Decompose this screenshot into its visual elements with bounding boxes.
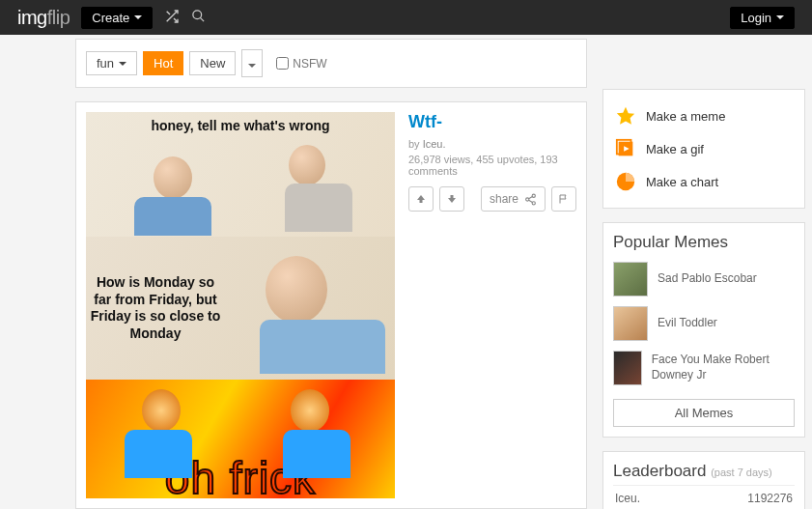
make-meme-link[interactable]: Make a meme	[611, 99, 797, 132]
post-stats: 26,978 views, 455 upvotes, 193 comments	[408, 154, 576, 177]
meme-thumb	[613, 262, 648, 297]
post-title[interactable]: Wtf-	[408, 112, 576, 132]
make-chart-label: Make a chart	[646, 175, 718, 189]
popular-item-label: Face You Make Robert Downey Jr	[652, 353, 795, 382]
author-link[interactable]: Iceu.	[423, 138, 446, 150]
meme-image[interactable]: honey, tell me what's wrong How is Monda…	[86, 112, 395, 498]
svg-line-6	[529, 200, 533, 202]
make-meme-label: Make a meme	[646, 109, 725, 124]
by-prefix: by	[408, 138, 423, 150]
popular-title: Popular Memes	[613, 233, 795, 252]
make-chart-link[interactable]: Make a chart	[611, 165, 797, 198]
leaderboard-title-text: Leaderboard	[613, 462, 706, 480]
share-label: share	[490, 192, 518, 206]
svg-point-2	[532, 194, 535, 197]
shuffle-icon[interactable]	[164, 9, 180, 27]
nsfw-label: NSFW	[293, 57, 326, 71]
leaderboard-title: Leaderboard (past 7 days)	[613, 462, 795, 481]
search-icon[interactable]	[191, 9, 206, 26]
all-memes-button[interactable]: All Memes	[613, 399, 795, 427]
popular-meme-item[interactable]: Evil Toddler	[613, 306, 795, 341]
stream-select[interactable]: fun	[86, 51, 137, 75]
new-label: New	[200, 56, 225, 71]
svg-point-4	[532, 201, 535, 204]
svg-line-5	[529, 196, 533, 198]
make-gif-link[interactable]: Make a gif	[611, 132, 797, 165]
popular-item-label: Evil Toddler	[658, 316, 717, 331]
create-button[interactable]: Create	[81, 7, 153, 29]
meme-caption-2: How is Monday so far from Friday, but Fr…	[86, 270, 225, 346]
stream-label: fun	[97, 56, 114, 71]
make-gif-label: Make a gif	[646, 142, 704, 156]
svg-point-0	[193, 11, 202, 19]
login-button[interactable]: Login	[730, 7, 795, 29]
meme-icon	[615, 105, 636, 127]
logo[interactable]: imgflip	[17, 7, 70, 29]
create-label: Create	[92, 11, 129, 25]
leader-name: Iceu.	[615, 492, 640, 505]
leaderboard-subtitle: (past 7 days)	[711, 467, 772, 478]
gif-icon	[615, 138, 636, 159]
share-icon	[524, 193, 537, 206]
meme-thumb	[613, 306, 648, 341]
caret-down-icon	[776, 15, 784, 19]
meme-thumb	[613, 351, 642, 385]
popular-meme-item[interactable]: Sad Pablo Escobar	[613, 262, 795, 297]
logo-flip: flip	[47, 7, 70, 28]
caret-down-icon	[248, 64, 256, 68]
popular-item-label: Sad Pablo Escobar	[658, 271, 757, 287]
meme-caption-1: honey, tell me what's wrong	[151, 118, 329, 133]
tab-new[interactable]: New	[189, 51, 236, 75]
leader-score: 1192276	[747, 492, 793, 505]
hot-label: Hot	[154, 56, 173, 71]
login-label: Login	[741, 11, 771, 25]
caret-down-icon	[119, 62, 126, 66]
chart-icon	[615, 171, 636, 192]
flag-button[interactable]	[551, 186, 576, 212]
downvote-button[interactable]	[439, 186, 464, 212]
popular-meme-item[interactable]: Face You Make Robert Downey Jr	[613, 351, 795, 385]
nsfw-toggle[interactable]: NSFW	[276, 57, 326, 71]
leaderboard-row[interactable]: Iceu. 1192276	[613, 485, 795, 509]
sort-more-button[interactable]	[241, 49, 263, 77]
upvote-button[interactable]	[408, 186, 434, 212]
svg-point-3	[526, 197, 529, 200]
logo-img: img	[17, 7, 47, 28]
svg-line-1	[201, 17, 205, 21]
share-button[interactable]: share	[481, 186, 546, 212]
tab-hot[interactable]: Hot	[143, 51, 183, 75]
nsfw-checkbox[interactable]	[276, 57, 289, 70]
caret-down-icon	[134, 15, 142, 19]
